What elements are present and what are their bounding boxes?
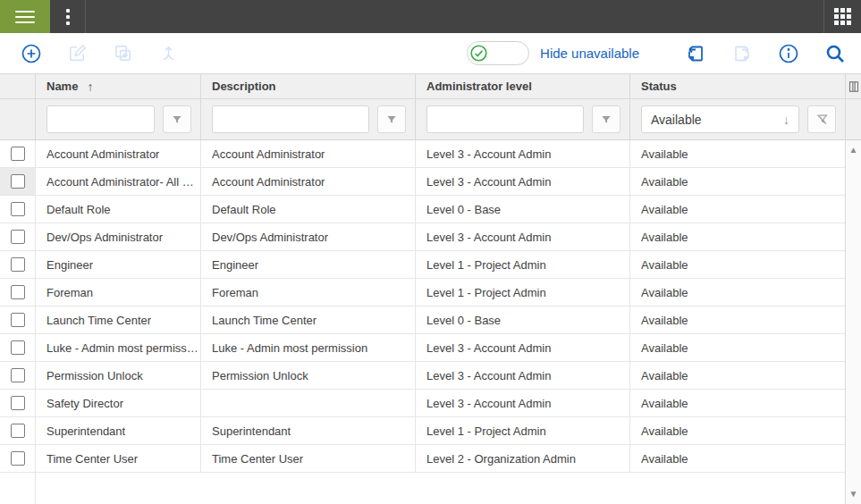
add-button[interactable] bbox=[18, 40, 45, 67]
cell-description: Permission Unlock bbox=[201, 362, 416, 390]
clear-filter-icon bbox=[815, 113, 829, 126]
cell-status: Available bbox=[630, 445, 845, 473]
table-row: Time Center User Time Center User Level … bbox=[0, 445, 845, 473]
roles-grid: Name ↑ Description Administrator level S… bbox=[0, 73, 861, 504]
dropdown-arrow-icon: ↓ bbox=[783, 113, 789, 127]
toolbar-right: Hide unavailable bbox=[467, 40, 848, 67]
cell-name: Account Administrator bbox=[36, 140, 201, 168]
column-chooser-button[interactable] bbox=[846, 74, 861, 99]
search-button[interactable] bbox=[822, 40, 848, 67]
column-header-name[interactable]: Name ↑ bbox=[36, 74, 201, 98]
admin-level-filter-button[interactable] bbox=[592, 105, 620, 133]
cell-status: Available bbox=[630, 417, 845, 445]
name-filter-button[interactable] bbox=[163, 105, 191, 133]
row-select-cell bbox=[0, 251, 36, 279]
row-checkbox[interactable] bbox=[11, 147, 25, 161]
cell-status: Available bbox=[630, 307, 845, 334]
cell-status: Available bbox=[630, 362, 845, 390]
cell-admin-level: Level 0 - Base bbox=[416, 307, 630, 334]
row-select-cell bbox=[0, 390, 36, 417]
cell-name: Account Administrator- All … bbox=[36, 168, 201, 196]
edit-button[interactable] bbox=[63, 40, 90, 67]
row-select-cell bbox=[0, 417, 36, 445]
row-select-cell bbox=[0, 223, 36, 251]
status-filter-select[interactable]: Available ↓ bbox=[641, 105, 799, 133]
cell-description: Luke - Admin most permission bbox=[201, 334, 416, 362]
column-header-description[interactable]: Description bbox=[201, 74, 416, 98]
select-all-header-cell bbox=[0, 74, 36, 98]
cell-description: Time Center User bbox=[201, 445, 416, 473]
row-checkbox[interactable] bbox=[11, 313, 25, 327]
row-checkbox[interactable] bbox=[11, 202, 25, 216]
more-options-button[interactable] bbox=[50, 0, 86, 33]
admin-level-filter-input[interactable] bbox=[426, 105, 584, 133]
hide-unavailable-label[interactable]: Hide unavailable bbox=[540, 46, 639, 61]
hide-unavailable-toggle[interactable] bbox=[467, 41, 529, 65]
filter-cell-checkbox bbox=[0, 99, 36, 139]
row-select-cell bbox=[0, 362, 36, 390]
grid-rows: Account Administrator Account Administra… bbox=[0, 140, 845, 473]
cell-description: Account Administrator bbox=[201, 168, 416, 196]
scroll-down-icon[interactable]: ▼ bbox=[849, 490, 858, 499]
name-filter-input[interactable] bbox=[46, 105, 155, 133]
cell-admin-level: Level 3 - Account Admin bbox=[416, 390, 630, 417]
description-filter-input[interactable] bbox=[212, 105, 369, 133]
scrollbar-track[interactable]: ▲ ▼ bbox=[846, 140, 861, 504]
cell-admin-level: Level 3 - Account Admin bbox=[416, 362, 630, 390]
cell-admin-level: Level 1 - Project Admin bbox=[416, 279, 630, 307]
cell-name: Permission Unlock bbox=[36, 362, 201, 390]
row-checkbox[interactable] bbox=[11, 396, 25, 410]
copy-button[interactable] bbox=[109, 40, 136, 67]
row-checkbox[interactable] bbox=[11, 451, 25, 466]
row-checkbox[interactable] bbox=[11, 285, 25, 299]
cell-status: Available bbox=[630, 390, 845, 417]
column-header-admin-level[interactable]: Administrator level bbox=[416, 74, 630, 98]
table-row: Account Administrator Account Administra… bbox=[0, 140, 845, 168]
kebab-menu-icon bbox=[66, 9, 70, 25]
check-toggle-icon bbox=[469, 44, 488, 63]
row-checkbox[interactable] bbox=[11, 257, 25, 272]
row-checkbox[interactable] bbox=[11, 424, 25, 438]
main-menu-button[interactable] bbox=[0, 0, 50, 33]
cell-description bbox=[201, 390, 416, 417]
cell-admin-level: Level 3 - Account Admin bbox=[416, 223, 630, 251]
promote-icon bbox=[158, 43, 179, 63]
info-button[interactable] bbox=[775, 40, 802, 67]
search-icon bbox=[824, 43, 846, 64]
row-checkbox[interactable] bbox=[11, 368, 25, 382]
add-icon bbox=[21, 43, 42, 64]
scroll-up-icon[interactable]: ▲ bbox=[849, 146, 858, 155]
cell-description: Dev/Ops Administrator bbox=[201, 223, 416, 251]
cell-name: Dev/Ops Administrator bbox=[36, 223, 201, 251]
copy-icon bbox=[113, 43, 133, 63]
forward-page-icon bbox=[731, 43, 753, 64]
table-row: Dev/Ops Administrator Dev/Ops Administra… bbox=[0, 223, 845, 251]
apply-changes-button[interactable] bbox=[729, 40, 755, 67]
row-checkbox[interactable] bbox=[11, 340, 25, 355]
revert-page-icon bbox=[685, 43, 706, 64]
app-switcher-button[interactable] bbox=[823, 0, 861, 33]
clear-status-filter-button[interactable] bbox=[807, 105, 836, 133]
edit-icon bbox=[67, 43, 88, 63]
cell-status: Available bbox=[630, 334, 845, 362]
sort-ascending-icon[interactable]: ↑ bbox=[87, 80, 93, 94]
column-header-status[interactable]: Status bbox=[630, 74, 845, 98]
cell-status: Available bbox=[630, 140, 845, 168]
row-checkbox[interactable] bbox=[11, 230, 25, 244]
table-row: Permission Unlock Permission Unlock Leve… bbox=[0, 362, 845, 390]
app-window: Hide unavailable bbox=[0, 0, 861, 504]
row-checkbox[interactable] bbox=[11, 174, 25, 189]
cell-admin-level: Level 3 - Account Admin bbox=[416, 334, 630, 362]
description-filter-button[interactable] bbox=[377, 105, 406, 133]
cell-description: Account Administrator bbox=[201, 140, 416, 168]
column-chooser-icon bbox=[848, 80, 859, 93]
row-select-cell bbox=[0, 140, 36, 168]
apps-grid-icon bbox=[834, 8, 851, 25]
cell-admin-level: Level 3 - Account Admin bbox=[416, 140, 630, 168]
cell-name: Luke - Admin most permissi… bbox=[36, 334, 201, 362]
revert-changes-button[interactable] bbox=[682, 40, 709, 67]
cell-description: Launch Time Center bbox=[201, 307, 416, 334]
promote-button[interactable] bbox=[155, 40, 181, 67]
filter-cell-name bbox=[36, 99, 201, 139]
toolbar: Hide unavailable bbox=[0, 33, 861, 73]
